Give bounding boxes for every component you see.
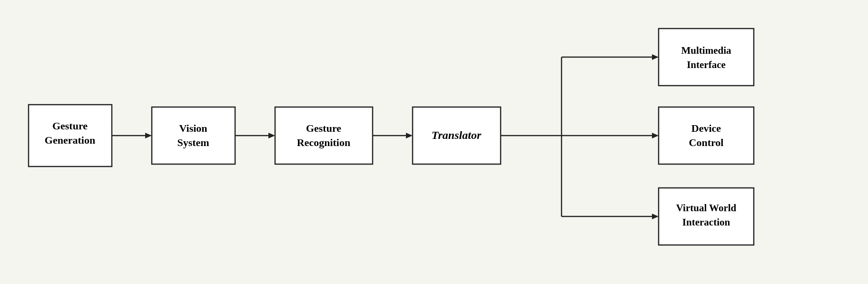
box-gesture-generation <box>29 105 112 166</box>
box-multimedia-interface <box>659 29 754 86</box>
box-gesture-recognition <box>275 107 373 164</box>
box-vision-system <box>152 107 235 164</box>
box-device-control <box>659 107 754 164</box>
box-virtual-world-interaction <box>659 188 754 245</box>
diagram-container: Gesture Generation Vision System Gesture… <box>0 0 868 284</box>
box-translator <box>413 107 501 164</box>
